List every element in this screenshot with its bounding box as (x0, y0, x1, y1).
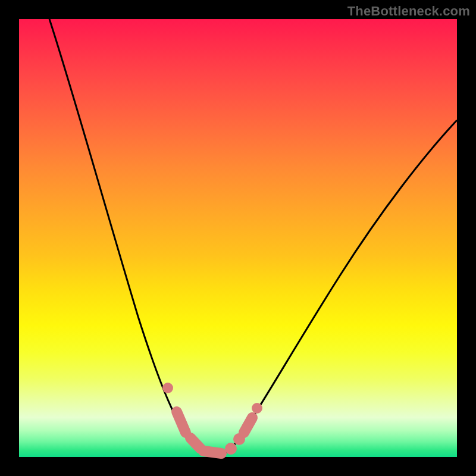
svg-point-1 (225, 443, 237, 455)
chart-frame: TheBottleneck.com (0, 0, 476, 476)
plot-area (19, 19, 457, 457)
svg-point-0 (162, 383, 173, 393)
svg-point-3 (252, 403, 262, 414)
watermark-text: TheBottleneck.com (347, 4, 470, 19)
trough-markers (162, 383, 262, 455)
bottleneck-curve (19, 19, 457, 457)
curve-path (49, 19, 457, 456)
